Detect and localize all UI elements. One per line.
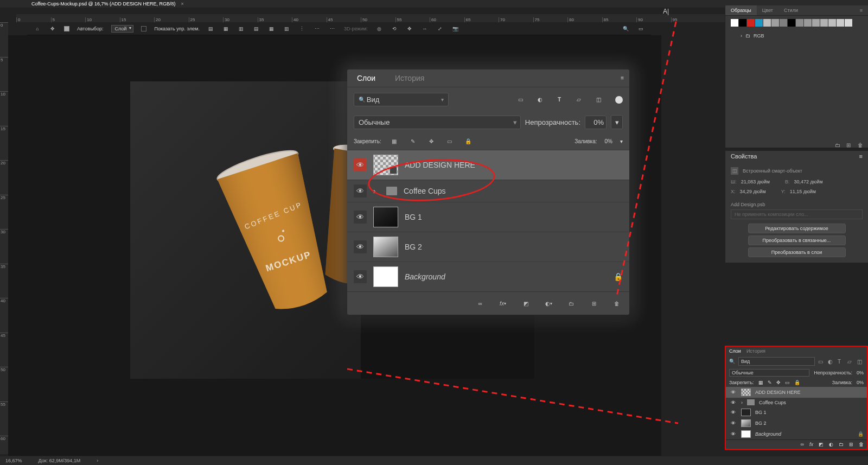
layer-thumbnail[interactable] (373, 155, 398, 175)
visibility-toggle[interactable]: 👁 (354, 240, 367, 253)
lock-all-icon[interactable]: 🔒 (463, 136, 474, 146)
layer-name[interactable]: ADD DESIGN HERE (405, 161, 475, 169)
home-icon[interactable]: ⌂ (34, 25, 41, 33)
layer-thumbnail[interactable] (373, 266, 398, 287)
popup-tab-history[interactable]: История (385, 69, 434, 87)
swatch[interactable] (828, 19, 836, 27)
filter-type-icon[interactable]: T (553, 94, 565, 106)
rotate-3d-icon[interactable]: ⟲ (391, 25, 398, 33)
camera-3d-icon[interactable]: 📷 (451, 25, 459, 33)
layer-row[interactable]: 👁Background🔒 (347, 262, 629, 291)
popup-menu-icon[interactable]: ≡ (615, 69, 629, 87)
tab-color[interactable]: Цвет (757, 5, 778, 15)
layer-row[interactable]: 👁›Coffee Cups (726, 398, 867, 407)
layer-name[interactable]: Background (755, 431, 781, 437)
new-swatch-icon[interactable]: ⊞ (846, 142, 853, 149)
chevron-right-icon[interactable]: › (373, 187, 380, 195)
swatch-folder[interactable]: › 🗀 RGB (731, 31, 863, 39)
move-tool-icon[interactable]: ✥ (49, 25, 56, 33)
auto-select-checkbox[interactable] (64, 26, 69, 31)
sl-fill-value[interactable]: 0% (857, 380, 864, 385)
layer-thumbnail[interactable] (373, 237, 398, 257)
lock-icon[interactable]: 🔒 (858, 431, 864, 437)
more-align-icon[interactable]: ⋯ (329, 25, 336, 33)
filter-type-icon[interactable]: T (838, 359, 844, 365)
filter-shape-icon[interactable]: ▱ (847, 359, 854, 365)
align-bottom-icon[interactable]: ▥ (283, 25, 291, 33)
swatch[interactable] (845, 19, 852, 27)
adjustment-icon[interactable]: ◐ (829, 442, 833, 447)
layer-thumbnail[interactable] (741, 419, 751, 427)
ai-library-icon[interactable]: A| (663, 8, 669, 15)
lock-icon[interactable]: 🔒 (614, 272, 623, 281)
filter-shape-icon[interactable]: ▱ (573, 94, 585, 106)
link-layers-icon[interactable]: ∞ (801, 442, 804, 447)
visibility-toggle[interactable]: 👁 (729, 410, 737, 415)
layer-name[interactable]: BG 2 (755, 421, 767, 426)
convert-layers-button[interactable]: Преобразовать в слои (748, 247, 846, 257)
link-layers-icon[interactable]: ∞ (474, 297, 486, 309)
align-center-h-icon[interactable]: ▦ (222, 25, 230, 33)
visibility-toggle[interactable]: 👁 (354, 211, 367, 224)
slide-3d-icon[interactable]: ↔ (421, 25, 429, 33)
layer-name[interactable]: Coffee Cups (759, 400, 786, 405)
new-folder-icon[interactable]: 🗀 (835, 142, 842, 149)
layer-name[interactable]: BG 1 (405, 213, 422, 221)
new-layer-icon[interactable]: ⊞ (588, 297, 600, 309)
delete-layer-icon[interactable]: 🗑 (859, 442, 864, 447)
h-value[interactable]: 30,472 дюйм (794, 179, 823, 184)
swatch[interactable] (739, 19, 746, 27)
scale-3d-icon[interactable]: ⤢ (436, 25, 444, 33)
popup-filter-dropdown[interactable]: 🔍 (354, 93, 449, 106)
align-left-icon[interactable]: ▤ (207, 25, 215, 33)
layer-row[interactable]: 👁ADD DESIGN HERE (347, 150, 629, 180)
layer-row[interactable]: 👁BG 2 (347, 232, 629, 262)
lock-image-icon[interactable]: ✎ (407, 136, 418, 146)
swatch[interactable] (788, 19, 795, 27)
tab-swatches[interactable]: Образцы (725, 5, 757, 15)
mask-icon[interactable]: ◩ (819, 442, 824, 447)
layer-thumbnail[interactable] (741, 430, 751, 438)
layer-row[interactable]: 👁BG 1 (726, 407, 867, 418)
layer-thumbnail[interactable] (741, 409, 751, 416)
delete-swatch-icon[interactable]: 🗑 (858, 142, 865, 149)
close-tab-icon[interactable]: × (181, 1, 184, 7)
lock-position-icon[interactable]: ✥ (776, 380, 781, 385)
layer-row[interactable]: 👁BG 1 (347, 202, 629, 232)
swatch[interactable] (804, 19, 812, 27)
layer-name[interactable]: Background (405, 272, 445, 281)
swatch[interactable] (780, 19, 787, 27)
swatch[interactable] (731, 19, 738, 27)
layer-row[interactable]: 👁Background🔒 (726, 429, 867, 439)
visibility-toggle[interactable]: 👁 (729, 421, 737, 426)
workspace-icon[interactable]: ▭ (637, 25, 644, 33)
visibility-toggle[interactable]: 👁 (354, 158, 367, 171)
edit-contents-button[interactable]: Редактировать содержимое (748, 224, 846, 233)
lock-position-icon[interactable]: ✥ (426, 136, 437, 146)
search-icon[interactable]: 🔍 (622, 25, 629, 33)
lock-artboard-icon[interactable]: ▭ (785, 380, 790, 385)
swatch[interactable] (771, 19, 779, 27)
convert-linked-button[interactable]: Преобразовать в связанные... (748, 235, 846, 245)
lock-transparency-icon[interactable]: ▦ (758, 380, 763, 385)
delete-layer-icon[interactable]: 🗑 (611, 297, 623, 309)
filter-adjust-icon[interactable]: ◐ (534, 94, 546, 106)
group-icon[interactable]: 🗀 (839, 442, 844, 447)
layer-row[interactable]: 👁ADD DESIGN HERE (726, 387, 867, 398)
visibility-toggle[interactable]: 👁 (729, 431, 737, 437)
sl-tab-history[interactable]: История (746, 348, 765, 354)
chevron-right-icon[interactable]: › (741, 400, 743, 405)
layer-row[interactable]: 👁›Coffee Cups (347, 180, 629, 202)
filter-adjust-icon[interactable]: ◐ (828, 359, 834, 365)
show-transform-checkbox[interactable] (141, 26, 146, 31)
popup-tab-layers[interactable]: Слои (347, 69, 385, 87)
w-value[interactable]: 21,083 дюйм (741, 179, 770, 184)
document-tab[interactable]: Coffee-Cups-Mockup.psd @ 16,7% (ADD DESI… (27, 1, 188, 7)
y-value[interactable]: 11,15 дюйм (790, 189, 816, 194)
popup-filter-input[interactable] (367, 95, 441, 104)
panel-menu-icon[interactable]: ≡ (854, 5, 868, 15)
layer-name[interactable]: ADD DESIGN HERE (755, 390, 801, 395)
fx-icon[interactable]: fx (809, 442, 813, 447)
filter-image-icon[interactable]: ▭ (818, 359, 825, 365)
visibility-toggle[interactable]: 👁 (354, 270, 367, 283)
